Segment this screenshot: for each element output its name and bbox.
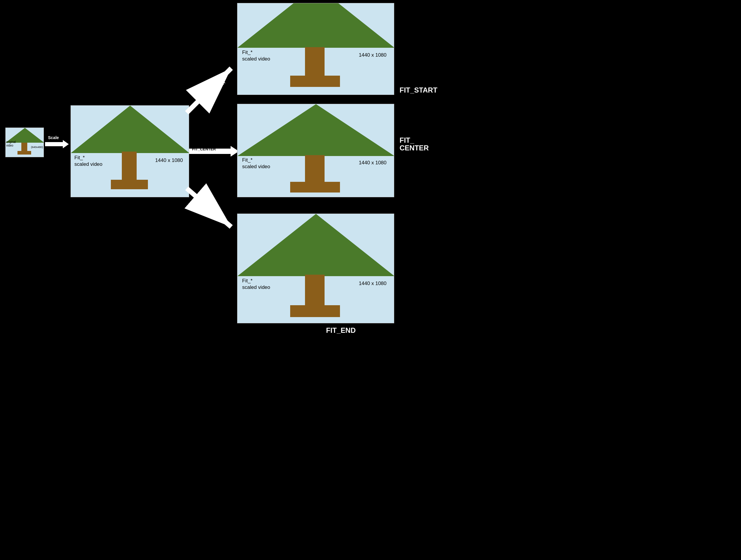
original-video-size: (640x480): [31, 146, 43, 148]
fit-end-outside-label: FIT_END: [326, 326, 356, 334]
fit-center-outside-label: FIT_CENTER: [400, 136, 429, 152]
main-frame-size: 1440 x 1080: [155, 158, 183, 164]
main-video-frame: Fit_*scaled video 1440 x 1080: [71, 105, 189, 197]
main-frame-label: Fit_*scaled video: [74, 154, 103, 168]
fit-center-arrow: FIT_CENTER: [189, 146, 239, 157]
fit-start-frame-label: Fit_*scaled video: [242, 49, 270, 62]
fit-end-arrow: FIT_END: [181, 182, 240, 236]
fit-center-frame: Fit_*scaled video 1440 x 1080: [237, 104, 394, 197]
svg-line-4: [187, 188, 231, 227]
fit-start-frame-size: 1440 x 1080: [359, 52, 387, 58]
original-video-label: originalvideo: [6, 140, 16, 147]
fit-end-frame: Fit_*scaled video 1440 x 1080: [237, 213, 394, 323]
fit-end-frame-size: 1440 x 1080: [359, 281, 387, 287]
fit-start-frame: Fit_*scaled video 1440 x 1080: [237, 3, 394, 95]
original-video-frame: originalvideo (640x480): [5, 128, 44, 157]
scale-label: Scale: [48, 135, 59, 140]
scale-arrow: Scale: [45, 140, 69, 148]
fit-start-outside-label: FIT_START: [400, 86, 437, 94]
fit-center-arrow-label: FIT_CENTER: [192, 147, 216, 151]
fit-start-arrow: FIT_START: [181, 59, 240, 119]
fit-center-frame-size: 1440 x 1080: [359, 160, 387, 166]
svg-text:FIT_END: FIT_END: [199, 202, 216, 207]
fit-center-frame-label: Fit_*scaled video: [242, 157, 270, 170]
fit-end-frame-label: Fit_*scaled video: [242, 277, 270, 291]
svg-line-1: [187, 68, 231, 113]
